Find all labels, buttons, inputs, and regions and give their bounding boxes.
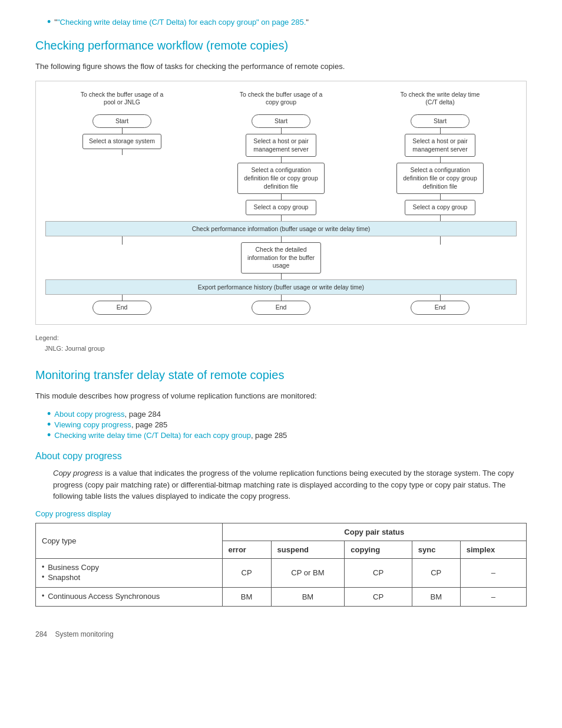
col2-box1: Select a host or pairmanagement server (246, 134, 316, 157)
col3-box2: Select a configurationdefinition file or… (396, 163, 484, 194)
bullet-1-page: , page 284 (125, 410, 161, 419)
row2-sync: BM (412, 587, 460, 606)
col2-box2: Select a configurationdefinition file or… (237, 163, 325, 194)
col2-detail: Check the detailedinformation for the bu… (241, 242, 321, 274)
link-viewing-copy[interactable]: Viewing copy progress (54, 420, 131, 429)
section3-heading: About copy progress (35, 451, 527, 462)
bullet-1-text: About copy progress, page 284 (54, 410, 161, 419)
row1-simplex: – (460, 558, 526, 587)
row1-type2: • Snapshot (42, 573, 216, 582)
col2-box3: Select a copy group (246, 200, 316, 215)
copy-progress-table: Copy type Copy pair status error suspend… (35, 523, 527, 607)
section2-bullets: • About copy progress, page 284 • Viewin… (35, 410, 527, 440)
section3-sub-heading: Copy progress display (35, 509, 527, 518)
section3-body: Copy progress is a value that indicates … (35, 467, 527, 502)
bullet-dot-2: • (47, 419, 51, 430)
sub-header-simplex: simplex (460, 541, 526, 558)
footer-section: System monitoring (55, 630, 113, 638)
page-footer: 284 System monitoring (35, 630, 527, 638)
top-link[interactable]: "Checking write delay time (C/T Delta) f… (57, 18, 306, 27)
col3-end: End (411, 301, 470, 315)
section1-intro: The following figure shows the flow of t… (35, 61, 527, 73)
top-bullet-text: ""Checking write delay time (C/T Delta) … (54, 18, 309, 27)
bullet-checking-write-delay: • Checking write delay time (C/T Delta) … (35, 431, 527, 440)
row2-suspend: BM (271, 587, 345, 606)
col-type-header: Copy type (36, 523, 223, 558)
row2-type1: • Continuous Access Synchronous (42, 592, 216, 601)
bullet-2-text: Viewing copy progress, page 285 (54, 420, 167, 429)
sub-header-suspend: suspend (271, 541, 345, 558)
flow-diagram-container: To check the buffer usage of apool or JN… (35, 81, 527, 325)
col1-header: To check the buffer usage of apool or JN… (45, 91, 199, 107)
bullet-about-copy-progress: • About copy progress, page 284 (35, 410, 527, 419)
row1-sync: CP (412, 558, 460, 587)
row1-type1: • Business Copy (42, 563, 216, 572)
footer-page-num: 284 (35, 630, 47, 638)
col3-start: Start (411, 114, 470, 129)
row1-error: CP (222, 558, 271, 587)
table-row-1: • Business Copy • Snapshot CP CP or BM C… (36, 558, 527, 587)
bullet-dot-3: • (47, 430, 51, 440)
sub-header-error: error (222, 541, 271, 558)
bullet-dot: • (47, 17, 51, 27)
row2-copying: CP (345, 587, 412, 606)
row1-type-cell: • Business Copy • Snapshot (36, 558, 223, 587)
row2-error: BM (222, 587, 271, 606)
row2-simplex: – (460, 587, 526, 606)
section2-intro: This module describes how progress of vo… (35, 390, 527, 402)
bullet-3-page: , page 285 (251, 431, 287, 440)
col2-header: To check the buffer usage of acopy group (204, 91, 358, 107)
span-bar1: Check performance information (buffer us… (45, 221, 517, 236)
flow-diagram: To check the buffer usage of apool or JN… (45, 91, 517, 315)
table-row-2: • Continuous Access Synchronous BM BM CP… (36, 587, 527, 606)
col3-header: To check the write delay time(C/T delta) (363, 91, 517, 107)
span-bar2: Export performance history (buffer usage… (45, 279, 517, 295)
row2-type-cell: • Continuous Access Synchronous (36, 587, 223, 606)
link-about-copy[interactable]: About copy progress (54, 410, 124, 419)
bullet-dot-1: • (47, 409, 51, 419)
legend: Legend: JNLG: Journal group (35, 334, 527, 352)
sub-header-copying: copying (345, 541, 412, 558)
col3-box3: Select a copy group (405, 200, 475, 215)
bullet-2-page: , page 285 (131, 420, 167, 429)
col1-start: Start (92, 114, 151, 129)
col1-box1: Select a storage system (82, 134, 161, 149)
legend-label: Legend: (35, 334, 527, 341)
section2-heading: Monitoring transfer delay state of remot… (35, 368, 527, 382)
col1-end: End (92, 301, 151, 315)
col3-box1: Select a host or pairmanagement server (405, 134, 475, 157)
top-bullet: • ""Checking write delay time (C/T Delta… (35, 18, 527, 27)
row1-suspend: CP or BM (271, 558, 345, 587)
italic-word: Copy progress (53, 469, 103, 477)
bullet-3-text: Checking write delay time (C/T Delta) fo… (54, 431, 287, 440)
section1-heading: Checking performance workflow (remote co… (35, 39, 527, 52)
legend-jnlg: JNLG: Journal group (35, 345, 527, 352)
col2-start: Start (252, 114, 310, 129)
bullet-viewing-copy-progress: • Viewing copy progress, page 285 (35, 420, 527, 430)
col2-end: End (252, 301, 310, 315)
sub-header-sync: sync (412, 541, 460, 558)
link-checking-write[interactable]: Checking write delay time (C/T Delta) fo… (54, 431, 251, 440)
col-span-header: Copy pair status (222, 523, 526, 541)
row1-copying: CP (345, 558, 412, 587)
